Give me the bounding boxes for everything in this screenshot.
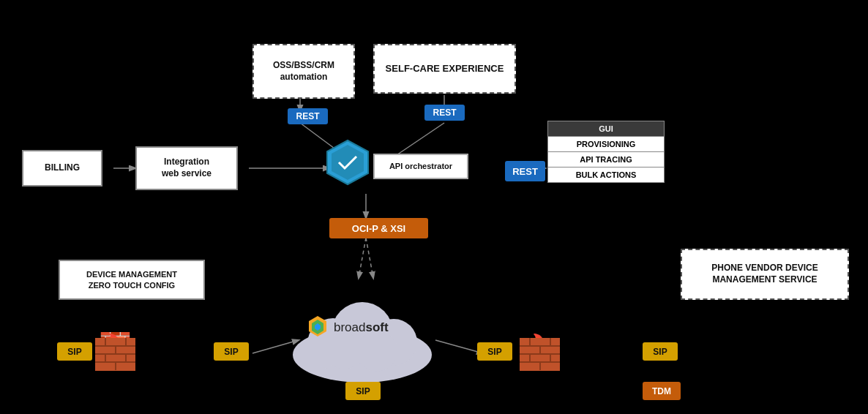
svg-line-9	[366, 238, 373, 278]
phone-vendor-box: PHONE VENDOR DEVICE MANAGEMENT SERVICE	[681, 249, 849, 300]
integration-ws-label: Integration web service	[162, 157, 212, 179]
tdm-badge: TDM	[643, 382, 681, 400]
phone-vendor-label: PHONE VENDOR DEVICE MANAGEMENT SERVICE	[711, 263, 818, 285]
sip-badge-right-2: SIP	[643, 342, 678, 361]
broad-plain: broad	[334, 320, 365, 334]
bricks-left	[95, 338, 135, 374]
sip-badge-left-2: SIP	[214, 342, 249, 361]
soft-bold: soft	[365, 320, 388, 334]
rest-badge-2: REST	[424, 105, 465, 121]
api-orchestrator-label: API orchestrator	[389, 161, 452, 171]
svg-point-19	[356, 331, 397, 372]
broadsoft-icon	[306, 315, 329, 338]
self-care-label: SELF-CARE EXPERIENCE	[386, 63, 504, 75]
architecture-diagram: BILLING Integration web service OSS/BSS/…	[0, 0, 868, 414]
hex-icon	[326, 139, 370, 187]
bricks-right	[520, 338, 560, 374]
api-orchestrator-box: API orchestrator	[373, 154, 468, 179]
self-care-box: SELF-CARE EXPERIENCE	[373, 44, 516, 94]
billing-label: BILLING	[45, 162, 80, 174]
api-tracing-row: API TRACING	[548, 152, 664, 168]
svg-point-20	[326, 333, 362, 369]
rest-badge-3: REST	[505, 161, 545, 181]
svg-line-8	[359, 238, 366, 278]
oss-bss-box: OSS/BSS/CRM automation	[252, 44, 355, 99]
integration-ws-box: Integration web service	[135, 146, 238, 190]
sip-badge-right-1: SIP	[477, 342, 512, 361]
rest-badge-1: REST	[288, 108, 328, 124]
billing-box: BILLING	[22, 150, 102, 187]
oci-p-xsi-badge: OCI-P & XSI	[329, 218, 428, 238]
broadsoft-text: broadsoft	[334, 320, 389, 335]
device-mgmt-box: DEVICE MANAGEMENT ZERO TOUCH CONFIG	[59, 260, 205, 300]
oss-bss-label: OSS/BSS/CRM automation	[273, 60, 334, 83]
bulk-actions-row: BULK ACTIONS	[548, 168, 664, 182]
sip-badge-bottom: SIP	[345, 382, 381, 400]
provisioning-row: PROVISIONING	[548, 137, 664, 152]
gui-panel: GUI PROVISIONING API TRACING BULK ACTION…	[547, 121, 665, 183]
gui-header: GUI	[548, 121, 664, 137]
device-mgmt-label: DEVICE MANAGEMENT ZERO TOUCH CONFIG	[86, 269, 177, 290]
sip-badge-left-1: SIP	[57, 342, 92, 361]
